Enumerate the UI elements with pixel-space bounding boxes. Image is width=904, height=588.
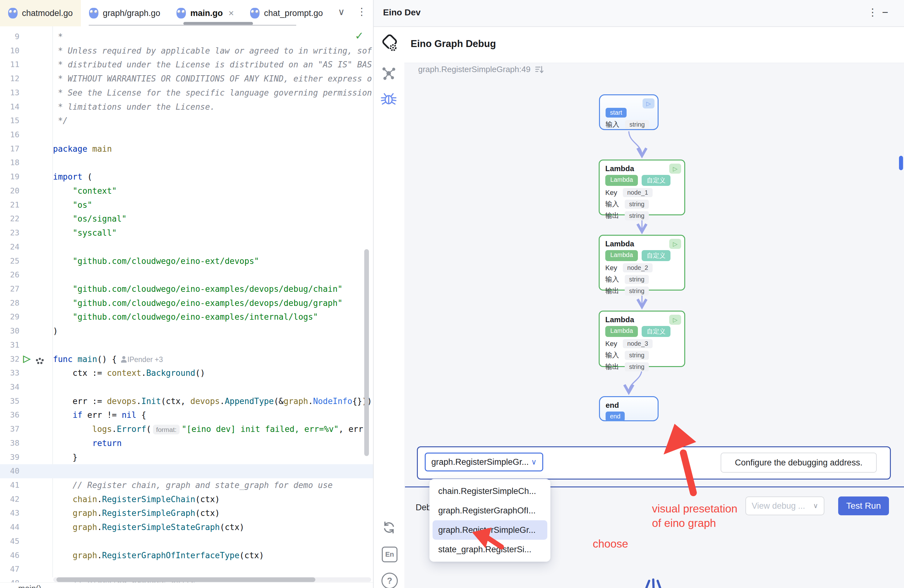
line-number: 12: [0, 72, 19, 86]
code-line-39[interactable]: 39 }: [0, 450, 373, 465]
code-line-23[interactable]: 23 "syscall": [0, 226, 373, 240]
eino-logo-icon[interactable]: [380, 35, 399, 54]
code-line-31[interactable]: 31: [0, 338, 373, 352]
node-play-icon[interactable]: ▷: [669, 315, 681, 325]
code-line-24[interactable]: 24: [0, 240, 373, 254]
node-play-icon[interactable]: ▷: [669, 164, 681, 174]
debug-target[interactable]: graph.RegisterSimpleGraph:49: [418, 65, 530, 74]
inspections-ok-check-icon[interactable]: ✓: [355, 30, 364, 42]
menu-item-3[interactable]: state_graph.RegisterSi...: [430, 540, 550, 559]
section-title: Eino Graph Debug: [411, 38, 496, 49]
node-play-icon[interactable]: ▷: [669, 239, 681, 249]
node-title: Lambda: [605, 239, 679, 248]
canvas-scrollbar[interactable]: [899, 156, 903, 170]
code-line-18[interactable]: 18: [0, 156, 373, 170]
line-number: 18: [0, 156, 19, 170]
view-debug-value: View debug ...: [752, 501, 813, 511]
code-line-22[interactable]: 22 "os/signal": [0, 212, 373, 226]
graph-node-node_1[interactable]: Lambda▷Lambda自定义Keynode_1输入string输出strin…: [599, 160, 685, 215]
refresh-icon[interactable]: [382, 520, 396, 535]
code-line-45[interactable]: 45: [0, 534, 373, 548]
menu-item-0[interactable]: chain.RegisterSimpleCh...: [430, 481, 550, 501]
go-file-icon: [250, 8, 259, 19]
graph-node-node_3[interactable]: Lambda▷Lambda自定义Keynode_3输入string输出strin…: [599, 311, 685, 367]
view-debug-select[interactable]: View debug ... ∨: [745, 496, 824, 515]
hidden-tabs-chevron-icon[interactable]: ∨: [338, 6, 345, 17]
code-line-41[interactable]: 41 // Register chain, graph and state_gr…: [0, 478, 373, 492]
code-line-47[interactable]: 47: [0, 562, 373, 576]
debug-bug-icon[interactable]: [380, 91, 397, 107]
code-editor[interactable]: 9 *10 * Unless required by applicable la…: [0, 26, 373, 582]
graph-select-value: graph.RegisterSimpleGr...: [431, 457, 531, 467]
orchestration-graph-icon[interactable]: [381, 66, 396, 81]
close-tab-icon[interactable]: ×: [229, 8, 234, 19]
code-line-42[interactable]: 42 chain.RegisterSimpleChain(ctx): [0, 492, 373, 506]
code-line-30[interactable]: 30): [0, 324, 373, 338]
breadcrumb[interactable]: main(): [18, 583, 41, 588]
line-number: 34: [0, 380, 19, 394]
line-number: 19: [0, 170, 19, 184]
code-line-27[interactable]: 27 "github.com/cloudwego/eino-examples/d…: [0, 282, 373, 296]
panel-minimize-icon[interactable]: −: [882, 6, 888, 19]
node-field-label: 输入: [605, 120, 620, 129]
editor-vertical-scrollbar[interactable]: [364, 249, 369, 456]
code-line-33[interactable]: 33 ctx := context.Background(): [0, 366, 373, 380]
code-line-9[interactable]: 9 *: [0, 30, 373, 44]
test-run-button[interactable]: Test Run: [838, 496, 889, 515]
code-line-28[interactable]: 28 "github.com/cloudwego/eino-examples/d…: [0, 296, 373, 310]
sort-list-icon[interactable]: [535, 65, 544, 74]
code-line-32[interactable]: 32func main() {IPender +3: [0, 352, 373, 367]
code-line-20[interactable]: 20 "context": [0, 184, 373, 198]
code-line-16[interactable]: 16: [0, 128, 373, 142]
code-line-19[interactable]: 19import (: [0, 170, 373, 184]
tab-chatmodel.go[interactable]: chatmodel.go: [0, 0, 81, 26]
line-number: 40: [0, 464, 19, 478]
line-number: 46: [0, 548, 19, 563]
node-field-value: node_3: [623, 339, 653, 348]
code-line-34[interactable]: 34: [0, 380, 373, 394]
node-title: end: [605, 401, 652, 409]
graph-select[interactable]: graph.RegisterSimpleGr... ∨: [425, 453, 543, 471]
code-line-14[interactable]: 14 * limitations under the License.: [0, 100, 373, 114]
tab-graph/graph.go[interactable]: graph/graph.go: [81, 0, 168, 26]
tab-chat_prompt.go[interactable]: chat_prompt.go: [242, 0, 331, 26]
code-line-37[interactable]: 37 logs.Errorf(format:"[eino dev] init f…: [0, 422, 373, 436]
code-line-15[interactable]: 15 */: [0, 114, 373, 128]
line-number: 43: [0, 506, 19, 520]
code-line-17[interactable]: 17package main: [0, 142, 373, 156]
language-en-icon[interactable]: En: [382, 547, 397, 562]
code-line-29[interactable]: 29 "github.com/cloudwego/eino-examples/i…: [0, 310, 373, 324]
code-line-25[interactable]: 25 "github.com/cloudwego/eino-ext/devops…: [0, 254, 373, 268]
code-line-13[interactable]: 13 * See the License for the specific la…: [0, 86, 373, 100]
menu-item-1[interactable]: graph.RegisterGraphOfI...: [430, 501, 550, 520]
code-line-26[interactable]: 26: [0, 268, 373, 282]
code-line-35[interactable]: 35 err := devops.Init(ctx, devops.Append…: [0, 394, 373, 408]
code-lines[interactable]: 9 *10 * Unless required by applicable la…: [0, 30, 373, 582]
run-main-icon[interactable]: ▷: [23, 353, 30, 364]
code-line-38[interactable]: 38 return: [0, 436, 373, 450]
configure-address-button[interactable]: Configure the debugging address.: [721, 453, 877, 473]
panel-options-kebab-icon[interactable]: ⋮: [868, 6, 878, 18]
profiler-run-icon[interactable]: [35, 357, 44, 365]
line-number: 27: [0, 282, 19, 296]
code-line-46[interactable]: 46 graph.RegisterGraphOfInterfaceType(ct…: [0, 548, 373, 563]
graph-node-node_2[interactable]: Lambda▷Lambda自定义Keynode_2输入string输出strin…: [599, 235, 685, 291]
graph-node-start[interactable]: ▷start输入string: [599, 94, 659, 130]
code-line-10[interactable]: 10 * Unless required by applicable law o…: [0, 44, 373, 58]
graph-node-end[interactable]: endend: [599, 396, 659, 421]
editor-horizontal-scrollbar[interactable]: [57, 577, 315, 582]
code-line-44[interactable]: 44 graph.RegisterSimpleStateGraph(ctx): [0, 520, 373, 534]
code-line-43[interactable]: 43 graph.RegisterSimpleGraph(ctx): [0, 506, 373, 520]
tab-options-kebab-icon[interactable]: ⋮: [357, 6, 367, 17]
code-line-11[interactable]: 11 * distributed under the License is di…: [0, 58, 373, 72]
code-line-12[interactable]: 12 * WITHOUT WARRANTIES OR CONDITIONS OF…: [0, 72, 373, 86]
help-icon[interactable]: ?: [381, 573, 398, 588]
menu-item-2[interactable]: graph.RegisterSimpleGr...: [433, 520, 547, 540]
code-line-36[interactable]: 36 if err != nil {: [0, 408, 373, 422]
node-play-icon[interactable]: ▷: [643, 98, 654, 109]
code-line-40[interactable]: 40: [0, 464, 373, 478]
code-line-21[interactable]: 21 "os": [0, 198, 373, 212]
line-number: 29: [0, 310, 19, 324]
line-number: 45: [0, 534, 19, 548]
chevron-down-icon: ∨: [531, 458, 537, 466]
